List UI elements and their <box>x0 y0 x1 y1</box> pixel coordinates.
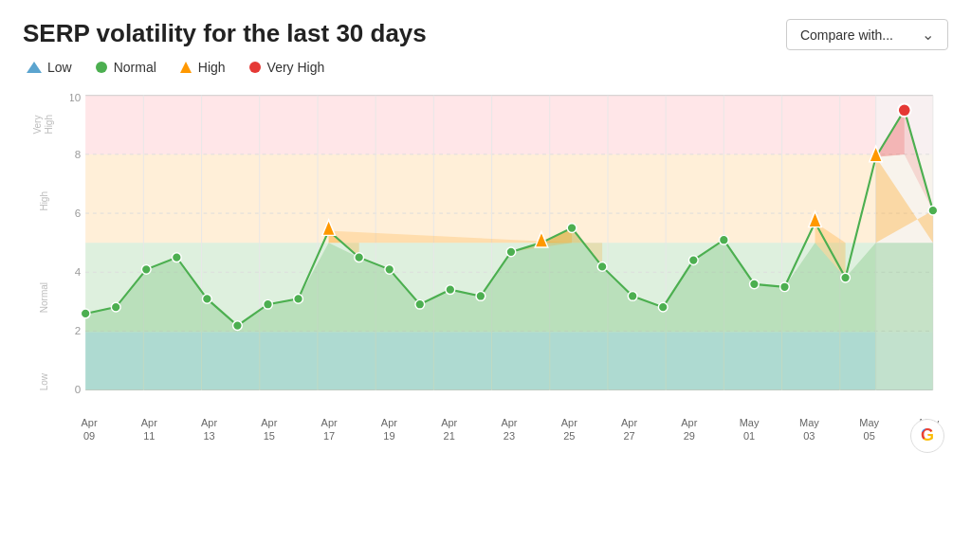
x-label-apr25: Apr25 <box>550 416 588 443</box>
legend-label-very-high: Very High <box>267 60 325 75</box>
y-band-normal: Normal <box>39 282 49 313</box>
dot-27-very-high <box>898 103 911 117</box>
y-tick-2: 2 <box>75 324 81 336</box>
x-label-apr21: Apr21 <box>431 416 468 443</box>
dot-4 <box>203 295 212 304</box>
x-label-apr17: Apr17 <box>310 416 348 443</box>
normal-icon <box>95 61 108 74</box>
dot-10 <box>385 264 394 274</box>
dot-0 <box>81 309 90 318</box>
svg-marker-0 <box>27 62 42 73</box>
main-chart: 0 2 4 6 8 10 <box>70 86 948 408</box>
y-band-low: Low <box>39 373 49 390</box>
compare-label: Compare with... <box>800 27 893 43</box>
dot-23 <box>780 282 790 292</box>
x-axis-labels: Apr09 Apr11 Apr13 Apr15 Apr17 Apr19 Apr2… <box>70 416 948 443</box>
y-tick-8: 8 <box>75 148 81 160</box>
x-label-apr11: Apr11 <box>130 416 168 443</box>
legend-label-normal: Normal <box>114 60 156 75</box>
high-band <box>85 154 933 243</box>
legend-item-very-high: Very High <box>248 60 325 75</box>
dot-16 <box>567 224 577 233</box>
x-label-apr23: Apr23 <box>490 416 528 443</box>
x-label-apr09: Apr09 <box>70 416 108 443</box>
dot-12 <box>446 285 455 295</box>
compare-button[interactable]: Compare with... ⌄ <box>786 19 948 50</box>
x-label-apr29: Apr29 <box>670 416 708 443</box>
x-label-apr19: Apr19 <box>370 416 408 443</box>
dot-19 <box>658 302 668 312</box>
dot-25 <box>841 273 851 282</box>
dot-7 <box>294 295 303 304</box>
x-label-may01: May01 <box>730 416 768 443</box>
dot-6 <box>264 299 273 309</box>
x-label-may05: May05 <box>851 416 889 443</box>
dot-13 <box>476 292 486 301</box>
y-tick-10: 10 <box>70 91 82 103</box>
dot-17 <box>597 262 607 272</box>
svg-marker-2 <box>180 62 192 73</box>
dot-22 <box>750 280 760 289</box>
legend-label-high: High <box>198 60 226 75</box>
chevron-down-icon: ⌄ <box>922 26 934 44</box>
legend-label-low: Low <box>47 60 72 75</box>
x-label-apr13: Apr13 <box>191 416 229 443</box>
dot-1 <box>111 302 120 312</box>
low-icon <box>27 62 42 73</box>
x-label-apr15: Apr15 <box>250 416 288 443</box>
high-icon <box>179 61 192 74</box>
dot-14 <box>506 247 516 257</box>
x-label-apr27: Apr27 <box>611 416 649 443</box>
legend-item-normal: Normal <box>95 60 156 75</box>
google-logo: G <box>921 425 934 445</box>
y-band-high: High <box>39 191 49 211</box>
chart-title: SERP volatility for the last 30 days <box>23 19 427 48</box>
dot-5 <box>233 321 243 331</box>
dot-18 <box>628 292 637 301</box>
svg-point-3 <box>249 62 261 73</box>
y-tick-4: 4 <box>75 265 82 278</box>
y-tick-6: 6 <box>75 207 81 219</box>
dot-3 <box>172 253 181 262</box>
y-band-very-high: VeryHigh <box>32 115 55 135</box>
dot-9 <box>355 253 364 262</box>
very-high-band <box>85 96 933 154</box>
dot-11 <box>415 299 425 309</box>
dot-21 <box>719 235 728 244</box>
legend-item-low: Low <box>27 60 72 75</box>
dot-2 <box>141 264 151 274</box>
x-label-may03: May03 <box>790 416 828 443</box>
svg-point-1 <box>96 62 107 73</box>
y-tick-0: 0 <box>75 383 82 395</box>
very-high-icon <box>248 61 262 74</box>
dot-28 <box>928 206 938 215</box>
google-badge: G <box>910 419 944 453</box>
chart-legend: Low Normal High Very High <box>27 60 948 75</box>
dot-20 <box>688 256 698 265</box>
legend-item-high: High <box>179 60 226 75</box>
